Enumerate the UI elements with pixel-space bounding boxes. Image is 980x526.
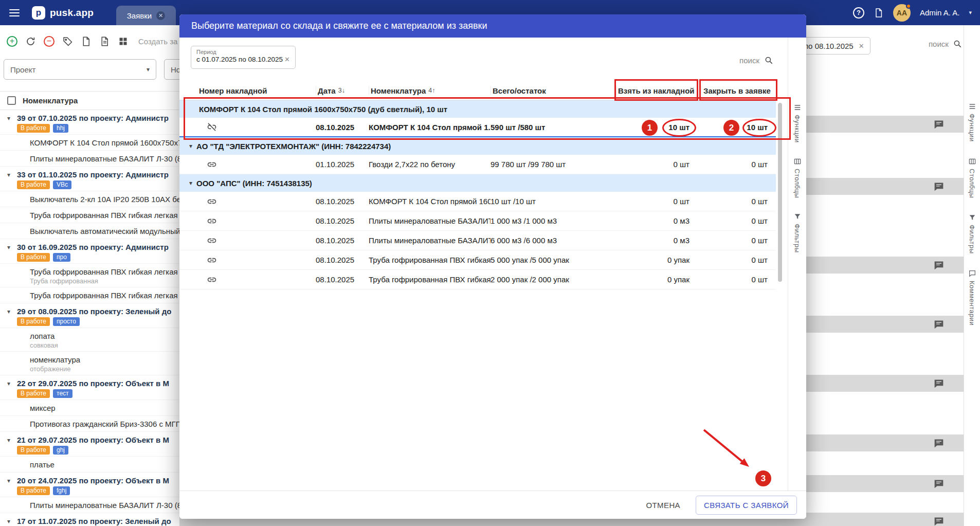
user-name[interactable]: Admin A. A. <box>920 8 960 17</box>
side-tab-columns[interactable]: Столбцы <box>793 157 802 198</box>
select-all-checkbox[interactable] <box>7 96 16 105</box>
create-request-button[interactable]: Создать за <box>138 37 177 46</box>
request-row[interactable]: ▾30 от 16.09.2025 по проекту: АдминистрВ… <box>0 239 179 264</box>
comments-icon[interactable] <box>934 260 944 270</box>
warehouse-item-row[interactable]: 08.10.2025Труба гофрированная ПВХ гибкая… <box>179 270 776 289</box>
nomenclature-item-row[interactable]: лопатасовковая <box>0 328 179 352</box>
column-header-3[interactable]: Номенклатура4↑ <box>369 86 491 95</box>
side-tab-functions[interactable]: Функции <box>968 102 976 142</box>
cell-take[interactable]: 0 шт <box>616 160 701 169</box>
project-select[interactable]: Проект ▾ <box>4 59 156 80</box>
side-tab-filters[interactable]: Фильтры <box>793 212 802 253</box>
nomenclature-item-row[interactable]: платье <box>0 457 179 473</box>
chevron-down-icon[interactable]: ▾ <box>7 115 17 122</box>
side-tab-filters[interactable]: Фильтры <box>968 213 976 254</box>
cell-close[interactable]: 0 шт <box>701 275 776 284</box>
search-button[interactable]: поиск <box>929 39 962 48</box>
cell-close[interactable]: 10 шт <box>701 123 776 132</box>
chevron-down-icon[interactable]: ▾ <box>7 380 17 387</box>
comments-icon[interactable] <box>934 119 944 130</box>
clear-period-icon[interactable]: ✕ <box>284 56 290 63</box>
cell-take[interactable]: 10 шт <box>616 123 701 132</box>
link-to-request-button[interactable]: СВЯЗАТЬ С ЗАЯВКОЙ <box>696 496 797 515</box>
clear-filter-icon[interactable]: ✕ <box>859 42 864 50</box>
nomenclature-item-row[interactable]: номенклатураотображение <box>0 352 179 375</box>
warehouse-item-row[interactable]: 08.10.2025КОМФОРТ К 104 Стол прямой 1...… <box>179 118 776 137</box>
chevron-down-icon[interactable]: ▾ <box>969 9 972 16</box>
scrollbar-thumb[interactable] <box>778 103 782 282</box>
chevron-down-icon[interactable]: ▾ <box>189 179 192 187</box>
chevron-down-icon[interactable]: ▾ <box>7 244 17 251</box>
warehouse-item-row[interactable]: 08.10.2025Плиты минераловатные БАЗАЛИТ..… <box>179 211 776 231</box>
tab-requests[interactable]: Заявки ✕ <box>116 6 176 25</box>
menu-icon[interactable] <box>9 9 20 16</box>
side-tab-functions[interactable]: Функции <box>793 103 802 143</box>
nomenclature-item-row[interactable]: Плиты минераловатные БАЗАЛИТ Л-30 (8 п <box>0 497 179 513</box>
chevron-down-icon[interactable]: ▾ <box>7 308 17 315</box>
scrollbar[interactable] <box>778 103 782 463</box>
period-filter-chip[interactable]: Период с 01.07.2025 по 08.10.2025 ✕ <box>191 46 296 69</box>
warehouse-item-row[interactable]: 01.10.2025Гвозди 2,7х22 по бетону99 780 … <box>179 155 776 174</box>
comments-icon[interactable] <box>934 319 944 330</box>
cell-close[interactable]: 0 шт <box>701 216 776 225</box>
request-row[interactable]: ▾17 от 11.07.2025 по проекту: Зеленый до… <box>0 513 179 526</box>
cancel-button[interactable]: ОТМЕНА <box>646 501 680 510</box>
cell-take[interactable]: 0 м3 <box>616 216 701 225</box>
dialog-search-button[interactable]: поиск <box>739 56 773 65</box>
cell-close[interactable]: 0 шт <box>701 236 776 245</box>
cell-take[interactable]: 0 упак <box>616 256 701 264</box>
cell-close[interactable]: 0 шт <box>701 197 776 206</box>
add-icon[interactable]: + <box>7 36 17 47</box>
column-header-5[interactable]: Взять из накладной <box>616 86 701 95</box>
avatar[interactable]: AA <box>893 4 911 22</box>
warehouse-group-row[interactable]: КОМФОРТ К 104 Стол прямой 1600х750х750 (… <box>179 100 776 118</box>
nomenclature-item-row[interactable]: Плиты минераловатные БАЗАЛИТ Л-30 (8 п <box>0 151 179 167</box>
request-row[interactable]: ▾33 от 01.10.2025 по проекту: АдминистрВ… <box>0 167 179 191</box>
column-header-2[interactable]: Дата3↓ <box>316 86 369 95</box>
comments-icon[interactable] <box>934 438 944 448</box>
chevron-down-icon[interactable]: ▾ <box>7 437 17 444</box>
warehouse-item-row[interactable]: 08.10.2025Труба гофрированная ПВХ гибкая… <box>179 250 776 270</box>
grid-icon[interactable] <box>118 36 129 47</box>
nomenclature-item-row[interactable]: Труба гофрированная ПВХ гибкая легкая d <box>0 207 179 223</box>
refresh-icon[interactable] <box>25 36 36 47</box>
nomenclature-item-row[interactable]: КОМФОРТ К 104 Стол прямой 1600х750х7 <box>0 135 179 151</box>
close-tab-icon[interactable]: ✕ <box>156 11 165 20</box>
warehouse-group-row[interactable]: ▾ООО "АПС" (ИНН: 7451438135) <box>179 174 776 192</box>
request-row[interactable]: ▾39 от 07.10.2025 по проекту: АдминистрВ… <box>0 110 179 135</box>
column-header-1[interactable]: Номер накладной <box>179 86 316 95</box>
date-filter-chip[interactable]: по 08.10.2025 ✕ <box>798 37 870 55</box>
column-header-4[interactable]: Всего/остаток <box>491 86 616 95</box>
nomenclature-item-row[interactable]: миксер <box>0 400 179 416</box>
request-row[interactable]: ▾20 от 24.07.2025 по проекту: Объект в М… <box>0 473 179 497</box>
column-header-6[interactable]: Закрыть в заявке <box>701 86 776 95</box>
chevron-down-icon[interactable]: ▾ <box>189 142 192 150</box>
comments-icon[interactable] <box>934 182 944 192</box>
nomenclature-item-row[interactable]: Выключатель 2-кл 10А IP20 250В 10АХ безв <box>0 191 179 207</box>
help-icon[interactable]: ? <box>853 7 864 19</box>
comments-icon[interactable] <box>934 378 944 389</box>
nomenclature-item-row[interactable]: Труба гофрированная ПВХ гибкая легкая d <box>0 287 179 303</box>
remove-icon[interactable]: − <box>44 36 55 47</box>
chevron-down-icon[interactable]: ▾ <box>7 518 17 525</box>
chevron-down-icon[interactable]: ▾ <box>7 477 17 484</box>
document-icon[interactable] <box>81 36 92 47</box>
nomenclature-item-row[interactable]: Противогаз гражданский Бриз-3306 с МГП <box>0 416 179 432</box>
cell-take[interactable]: 0 шт <box>616 197 701 206</box>
nomenclature-item-row[interactable]: Выключатель автоматический модульный <box>0 223 179 239</box>
warehouse-group-row[interactable]: ▾АО "ТД "ЭЛЕКТРОТЕХМОНТАЖ" (ИНН: 7842224… <box>179 137 776 155</box>
warehouse-item-row[interactable]: 08.10.2025КОМФОРТ К 104 Стол прямой 160.… <box>179 192 776 211</box>
warehouse-item-row[interactable]: 08.10.2025Плиты минераловатные БАЗАЛИТ..… <box>179 231 776 250</box>
tag-icon[interactable] <box>62 36 73 47</box>
docs-icon[interactable] <box>874 8 884 18</box>
app-logo[interactable]: p pusk.app <box>32 6 94 20</box>
cell-take[interactable]: 0 упак <box>616 275 701 284</box>
comments-icon[interactable] <box>934 479 944 489</box>
chevron-down-icon[interactable]: ▾ <box>7 171 17 178</box>
nomenclature-item-row[interactable]: Труба гофрированная ПВХ гибкая легкая dТ… <box>0 264 179 287</box>
side-tab-comments[interactable]: Комментарии <box>968 269 976 325</box>
cell-take[interactable]: 0 м3 <box>616 236 701 245</box>
request-row[interactable]: ▾29 от 08.09.2025 по проекту: Зеленый до… <box>0 303 179 328</box>
comments-icon[interactable] <box>934 516 944 526</box>
document-lines-icon[interactable] <box>99 36 110 47</box>
